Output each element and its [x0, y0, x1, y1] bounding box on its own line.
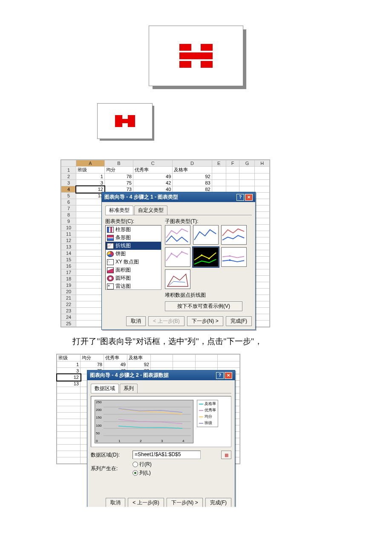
row-header[interactable]: 8 — [61, 212, 76, 218]
row-header[interactable]: 1 — [61, 167, 76, 173]
row-header[interactable]: 16 — [61, 263, 76, 269]
cell[interactable] — [255, 167, 270, 173]
radio-cols[interactable]: 列(L) — [133, 469, 152, 477]
line-subtype[interactable] — [193, 225, 219, 245]
cell[interactable]: 1 — [57, 361, 81, 368]
row-header[interactable]: 21 — [61, 295, 76, 301]
row-header[interactable]: 9 — [61, 218, 76, 225]
close-button[interactable]: ✕ — [225, 372, 232, 379]
help-button[interactable]: ? — [236, 194, 244, 201]
row-header[interactable]: 11 — [61, 231, 76, 237]
cell[interactable]: 均分 — [81, 355, 104, 361]
cell[interactable]: 12 — [57, 374, 81, 381]
row-header[interactable]: 20 — [61, 289, 76, 295]
cell[interactable]: 12 — [76, 186, 105, 193]
col-header[interactable]: C — [133, 160, 172, 167]
col-header[interactable]: F — [226, 160, 239, 167]
tab-custom-types[interactable]: 自定义类型 — [134, 205, 167, 215]
cell[interactable]: 1 — [76, 173, 105, 180]
cell[interactable]: 92 — [173, 173, 212, 180]
row-header[interactable]: 10 — [61, 225, 76, 231]
col-header[interactable]: D — [173, 160, 212, 167]
instruction-text: 打开了"图表向导"对话框，选中"列"，点击"下一步"， — [56, 336, 337, 347]
cell[interactable] — [212, 167, 226, 173]
col-header[interactable]: E — [212, 160, 226, 167]
col-header[interactable]: H — [255, 160, 270, 167]
close-button[interactable]: ✕ — [245, 194, 253, 201]
data-range-input[interactable]: =Sheet1!$A$1:$D$5 — [133, 451, 201, 459]
finish-button[interactable]: 完成(F) — [226, 316, 252, 326]
line-subtype[interactable] — [221, 225, 247, 245]
data-range-label: 数据区域(D): — [91, 451, 129, 459]
cell[interactable]: 及格率 — [127, 355, 151, 361]
row-header[interactable]: 17 — [61, 269, 76, 276]
cell[interactable]: 78 — [104, 173, 133, 180]
row-header[interactable]: 6 — [61, 199, 76, 205]
cell[interactable]: 及格率 — [173, 167, 212, 173]
cell[interactable]: 班级 — [57, 355, 81, 361]
cell[interactable]: 13 — [57, 381, 81, 387]
svg-point-5 — [229, 255, 231, 257]
cell[interactable]: 78 — [81, 361, 104, 368]
cell[interactable] — [239, 167, 255, 173]
cell[interactable]: 75 — [104, 180, 133, 186]
pie-chart-icon — [107, 251, 114, 257]
row-header[interactable]: 12 — [61, 237, 76, 244]
cell[interactable]: 优秀率 — [133, 167, 172, 173]
row-header[interactable]: 13 — [61, 244, 76, 250]
range-select-icon: ▦ — [225, 453, 228, 457]
tab-standard-types[interactable]: 标准类型 — [105, 205, 133, 215]
cell[interactable]: 49 — [133, 173, 172, 180]
row-header[interactable]: 5 — [61, 193, 76, 199]
tab-series[interactable]: 系列 — [120, 384, 138, 393]
cell[interactable] — [226, 167, 239, 173]
preview-button[interactable]: 按下不放可查看示例(V) — [165, 301, 242, 311]
area-chart-icon — [107, 267, 114, 273]
chart-type-listbox[interactable]: 柱形图 条形图 📈折线图 饼图 ∴XY 散点图 面积图 圆环图 ✳雷达图 曲面图 — [105, 225, 161, 290]
radio-rows[interactable]: 行(R) — [133, 461, 152, 468]
row-header[interactable]: 19 — [61, 282, 76, 289]
line-subtype[interactable] — [165, 225, 190, 245]
chart-wizard-dialog-step2: 图表向导 - 4 步骤之 2 - 图表源数据 ? ✕ 数据区域 系列 0 50 — [87, 370, 235, 507]
row-header[interactable]: 2 — [61, 173, 76, 180]
line-subtype[interactable] — [165, 269, 190, 289]
series-in-label: 系列产生在: — [91, 465, 129, 472]
row-header[interactable]: 3 — [61, 180, 76, 186]
cell[interactable]: 3 — [76, 180, 105, 186]
svg-text:4: 4 — [182, 439, 184, 443]
cell[interactable]: 优秀率 — [104, 355, 127, 361]
line-subtype-selected[interactable] — [193, 247, 219, 267]
row-header[interactable]: 24 — [61, 314, 76, 321]
row-header[interactable]: 7 — [61, 205, 76, 212]
row-header[interactable]: 22 — [61, 301, 76, 308]
cell[interactable]: 13 — [76, 193, 105, 199]
row-header[interactable]: 15 — [61, 257, 76, 263]
line-subtype[interactable] — [165, 247, 190, 267]
cell[interactable]: 49 — [104, 361, 127, 368]
next-button[interactable]: 下一步(N) > — [167, 498, 203, 507]
cell[interactable]: 3 — [57, 368, 81, 374]
tab-data-range[interactable]: 数据区域 — [91, 384, 119, 393]
row-header[interactable]: 18 — [61, 276, 76, 282]
cancel-button[interactable]: 取消 — [126, 316, 146, 326]
cell[interactable]: 均分 — [104, 167, 133, 173]
row-header[interactable]: 23 — [61, 308, 76, 314]
cell[interactable]: 班级 — [76, 167, 105, 173]
col-header[interactable]: G — [239, 160, 255, 167]
line-subtype[interactable] — [221, 247, 247, 267]
cancel-button[interactable]: 取消 — [106, 498, 125, 507]
row-header[interactable]: 25 — [61, 321, 76, 327]
cell[interactable]: 42 — [133, 180, 172, 186]
row-header[interactable]: 14 — [61, 250, 76, 257]
help-button[interactable]: ? — [216, 372, 224, 379]
row-header[interactable]: 4 — [61, 186, 76, 193]
red-h-icon — [115, 115, 135, 127]
next-button[interactable]: 下一步(N) > — [187, 316, 223, 326]
back-button[interactable]: < 上一步(B) — [128, 498, 164, 507]
cell[interactable]: 92 — [127, 361, 151, 368]
range-selector-button[interactable]: ▦ — [221, 451, 231, 459]
col-header[interactable]: A — [76, 160, 105, 167]
cell[interactable]: 83 — [173, 180, 212, 186]
finish-button[interactable]: 完成(F) — [205, 498, 231, 507]
col-header[interactable]: B — [104, 160, 133, 167]
